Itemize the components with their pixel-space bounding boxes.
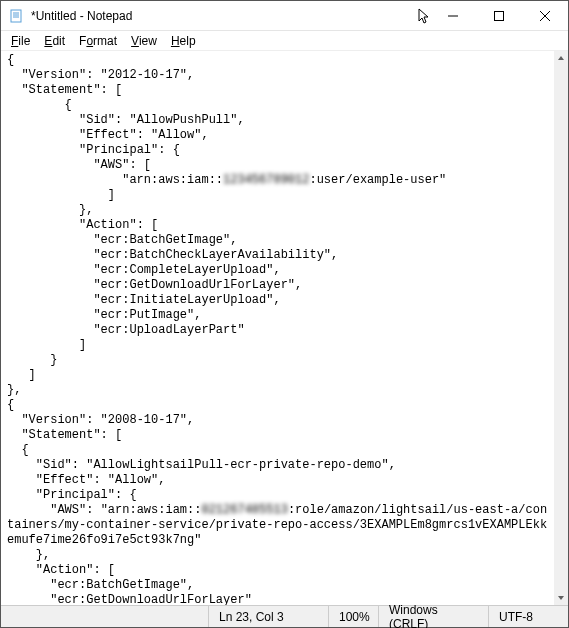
status-encoding: UTF-8 xyxy=(488,606,568,627)
close-button[interactable] xyxy=(522,1,568,31)
maximize-button[interactable] xyxy=(476,1,522,31)
vertical-scrollbar[interactable] xyxy=(554,51,568,605)
status-position: Ln 23, Col 3 xyxy=(208,606,328,627)
svg-rect-5 xyxy=(495,11,504,20)
editor-area: { "Version": "2012-10-17", "Statement": … xyxy=(1,51,568,605)
status-empty xyxy=(1,606,208,627)
text-editor[interactable]: { "Version": "2012-10-17", "Statement": … xyxy=(1,51,554,605)
svg-rect-0 xyxy=(11,10,21,22)
notepad-window: *Untitled - Notepad File Edit Format Vie… xyxy=(0,0,569,628)
window-title: *Untitled - Notepad xyxy=(31,9,132,23)
minimize-button[interactable] xyxy=(430,1,476,31)
scroll-track[interactable] xyxy=(554,65,568,591)
status-lineending: Windows (CRLF) xyxy=(378,606,488,627)
statusbar: Ln 23, Col 3 100% Windows (CRLF) UTF-8 xyxy=(1,605,568,627)
menu-view[interactable]: View xyxy=(125,33,163,49)
status-zoom: 100% xyxy=(328,606,378,627)
scroll-down-button[interactable] xyxy=(554,591,568,605)
app-icon xyxy=(9,8,25,24)
menu-edit[interactable]: Edit xyxy=(38,33,71,49)
menubar: File Edit Format View Help xyxy=(1,31,568,51)
redacted-text: 021267485513 xyxy=(201,503,287,517)
menu-format[interactable]: Format xyxy=(73,33,123,49)
redacted-text: 123456789012 xyxy=(223,173,309,187)
menu-file[interactable]: File xyxy=(5,33,36,49)
menu-help[interactable]: Help xyxy=(165,33,202,49)
scroll-up-button[interactable] xyxy=(554,51,568,65)
titlebar: *Untitled - Notepad xyxy=(1,1,568,31)
